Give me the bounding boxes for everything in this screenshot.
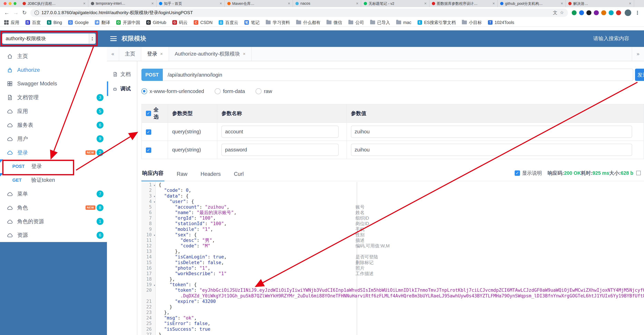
response-tab[interactable]: Headers: [200, 171, 222, 181]
browser-tab[interactable]: github_pool分支机构…×: [498, 0, 566, 7]
bookmark-item[interactable]: 什么都有: [296, 20, 320, 25]
side-nav-debug[interactable]: 调试: [107, 82, 137, 96]
tab-close-icon[interactable]: ×: [160, 51, 163, 56]
collapse-right-icon[interactable]: »: [632, 47, 644, 61]
tab-close-icon[interactable]: ×: [83, 1, 86, 6]
bookmark-item[interactable]: 译翻译: [95, 20, 110, 25]
tab-close-icon[interactable]: ×: [152, 1, 154, 6]
doc-tab[interactable]: 主页: [119, 47, 141, 61]
browser-tab[interactable]: JDBC执行流程…×: [20, 0, 88, 7]
tab-close-icon[interactable]: ×: [243, 51, 246, 56]
sidebar-item-3[interactable]: 文档管理3: [0, 90, 107, 104]
bookmark-item[interactable]: EES搜索引擎文档: [418, 20, 456, 25]
bookmark-item[interactable]: 已导入: [370, 20, 390, 25]
bookmark-star-icon[interactable]: ☆: [560, 10, 564, 15]
sidebar-item-13[interactable]: 资源6: [0, 228, 107, 242]
tab-close-icon[interactable]: ×: [629, 1, 631, 6]
sidebar-item-0[interactable]: 主页: [0, 49, 107, 63]
browser-menu-icon[interactable]: ⋮: [635, 10, 640, 16]
sidebar-item-12[interactable]: 角色的资源1: [0, 214, 107, 228]
bookmark-item[interactable]: 笔笔记: [244, 20, 260, 25]
browser-tab[interactable]: temporary-interi…×: [88, 0, 156, 7]
body-type-radio[interactable]: raw: [256, 88, 272, 94]
sidebar-item-1[interactable]: Authorize: [0, 63, 107, 77]
param-value-input[interactable]: [351, 126, 632, 138]
doc-tab[interactable]: Authorize-authority-权限模块×: [169, 47, 252, 61]
tab-close-icon[interactable]: ×: [492, 1, 495, 6]
extension-icon[interactable]: [616, 10, 621, 15]
bookmark-item[interactable]: GGoogle: [68, 20, 89, 25]
response-json-editor[interactable]: 1▾{2 "code": 0,3▾ "data": {4▾ "user": {5…: [142, 182, 644, 335]
address-bar[interactable]: i 127.0.0.1:8760/api/gate/doc.html#/auth…: [30, 9, 568, 17]
extension-icon[interactable]: [586, 10, 592, 15]
tab-close-icon[interactable]: ×: [424, 1, 427, 6]
bookmark-item[interactable]: 云百度云: [219, 20, 238, 25]
sidebar-api-get[interactable]: GET验证token: [0, 173, 107, 187]
sidebar-item-5[interactable]: 服务表6: [0, 118, 107, 132]
sidebar-item-4[interactable]: 应用5: [0, 104, 107, 118]
select-stepper-icon[interactable]: ▴▾: [89, 34, 96, 44]
collapse-left-icon[interactable]: «: [107, 47, 119, 61]
body-type-radio[interactable]: form-data: [215, 88, 245, 94]
page-info-icon[interactable]: i: [34, 10, 39, 15]
profile-avatar[interactable]: [625, 10, 631, 16]
bookmark-item[interactable]: bBing: [47, 20, 62, 25]
sidebar-api-post[interactable]: POST登录: [0, 160, 107, 173]
fold-caret[interactable]: ▾: [154, 282, 156, 288]
response-tab[interactable]: Curl: [233, 171, 244, 181]
doc-tab[interactable]: 登录×: [141, 47, 169, 61]
sidebar-item-6[interactable]: 用户9: [0, 132, 107, 146]
reload-icon[interactable]: ↻: [22, 10, 27, 16]
sidebar-item-11[interactable]: 角色NEW8: [0, 201, 107, 214]
body-type-radio[interactable]: x-www-form-urlencoded: [142, 88, 204, 94]
bookmark-item[interactable]: T1024Tools: [488, 20, 514, 25]
hamburger-icon[interactable]: [110, 36, 117, 41]
url-text[interactable]: 127.0.0.1:8760/api/gate/doc.html#/author…: [42, 10, 550, 16]
param-name-input[interactable]: [222, 126, 338, 138]
browser-tab[interactable]: 解决游…×: [566, 0, 634, 7]
request-url[interactable]: /api/authority/anno/login: [163, 69, 633, 81]
extension-icon[interactable]: [579, 10, 584, 15]
bookmark-item[interactable]: O开源中国: [116, 20, 140, 25]
header-search-input[interactable]: 请输入搜索内容: [593, 35, 629, 42]
bookmark-item[interactable]: 小目标: [462, 20, 482, 25]
extension-icon[interactable]: [601, 10, 606, 15]
fold-caret[interactable]: ▾: [154, 232, 156, 238]
bookmark-item[interactable]: 应用: [4, 20, 19, 25]
group-select[interactable]: authority-权限模块 ▴▾: [2, 33, 96, 44]
back-icon[interactable]: ←: [4, 10, 10, 16]
bookmark-item[interactable]: mac: [396, 20, 411, 25]
fold-caret[interactable]: ▾: [154, 194, 156, 199]
forward-icon[interactable]: →: [13, 10, 18, 16]
param-value-input[interactable]: [351, 144, 632, 156]
browser-tab[interactable]: 知乎 - 首页×: [156, 0, 225, 7]
extension-icon[interactable]: [572, 10, 577, 15]
bookmark-item[interactable]: GGitHub: [146, 20, 166, 25]
response-tab[interactable]: Raw: [176, 171, 188, 181]
bookmark-item[interactable]: G码云: [172, 20, 188, 25]
row-checkbox[interactable]: ✓: [146, 148, 151, 153]
bookmark-item[interactable]: 百百度: [26, 20, 41, 25]
browser-tab[interactable]: Maven仓库…×: [225, 0, 293, 7]
response-tab[interactable]: 响应内容: [142, 170, 164, 181]
param-name-input[interactable]: [222, 144, 338, 156]
translate-icon[interactable]: 文: [553, 10, 557, 16]
side-nav-doc[interactable]: 文档: [107, 67, 137, 82]
sidebar-item-7[interactable]: 登录NEW2: [0, 146, 107, 160]
browser-tab[interactable]: 图数据库参数程序设计…×: [430, 0, 498, 7]
fold-caret[interactable]: ▾: [154, 199, 156, 204]
fold-caret[interactable]: ▾: [154, 182, 156, 188]
row-checkbox[interactable]: ✓: [146, 130, 151, 135]
expand-icon[interactable]: [636, 171, 641, 175]
window-controls[interactable]: [0, 0, 20, 7]
extension-icon[interactable]: [609, 10, 614, 15]
tab-close-icon[interactable]: ×: [561, 1, 563, 6]
sidebar-item-10[interactable]: 菜单7: [0, 187, 107, 201]
tab-close-icon[interactable]: ×: [220, 1, 222, 6]
sidebar-item-2[interactable]: Swagger Models: [0, 77, 107, 91]
browser-tab[interactable]: nacos×: [293, 0, 361, 7]
extension-icon[interactable]: [594, 10, 599, 15]
bookmark-item[interactable]: CCSDN: [194, 20, 212, 25]
bookmark-item[interactable]: 公司: [348, 20, 364, 25]
send-button[interactable]: 发送: [635, 69, 644, 81]
